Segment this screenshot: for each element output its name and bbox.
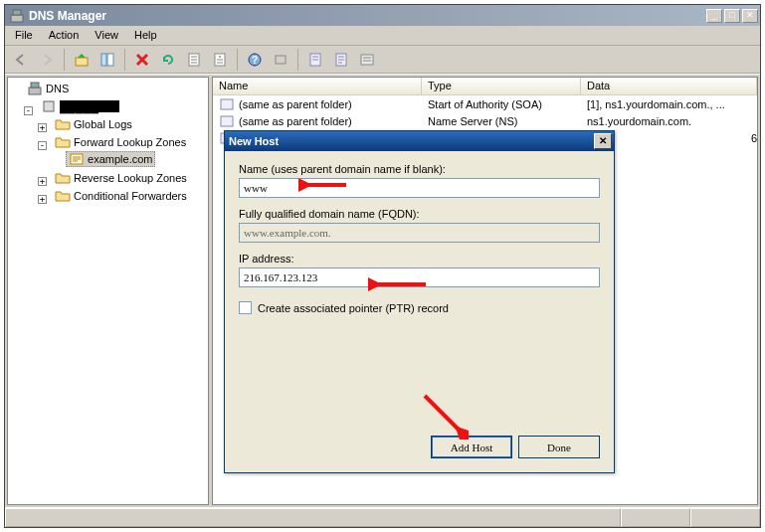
ip-address-input[interactable] — [239, 267, 600, 287]
window-title: DNS Manager — [29, 9, 706, 23]
svg-rect-1 — [13, 10, 21, 15]
folder-icon — [55, 135, 71, 149]
minimize-button[interactable]: _ — [706, 9, 722, 23]
app-icon — [9, 8, 25, 24]
done-button[interactable]: Done — [518, 436, 600, 458]
svg-rect-18 — [221, 99, 233, 109]
column-name[interactable]: Name — [213, 78, 422, 94]
toolbar: ? — [5, 46, 760, 74]
tree-root-dns[interactable]: DNS — [24, 81, 72, 96]
toolbar-forward-button[interactable] — [35, 48, 59, 72]
svg-point-7 — [219, 56, 221, 58]
tree-conditional-forwarders[interactable]: Conditional Forwarders — [52, 188, 190, 204]
dialog-titlebar: New Host ✕ — [225, 131, 614, 151]
tree-pane[interactable]: DNS - █████ + — [7, 77, 209, 505]
statusbar — [5, 507, 760, 527]
expander[interactable]: - — [38, 141, 47, 150]
status-cell-1 — [621, 508, 690, 527]
svg-rect-13 — [361, 55, 373, 65]
name-field-label: Name (uses parent domain name if blank): — [239, 163, 600, 175]
status-main — [5, 508, 621, 527]
status-cell-2 — [690, 508, 760, 527]
tree-forward-lookup-zones[interactable]: Forward Lookup Zones — [52, 134, 189, 150]
folder-icon — [55, 189, 71, 203]
close-button[interactable]: ✕ — [742, 9, 758, 23]
new-host-dialog: New Host ✕ Name (uses parent domain name… — [224, 130, 615, 473]
expander[interactable]: + — [38, 123, 47, 132]
record-icon — [219, 97, 235, 111]
list-header: Name Type Data — [213, 78, 757, 95]
record-icon — [219, 114, 235, 128]
name-input[interactable] — [239, 178, 600, 198]
tree-server-node[interactable]: █████ — [38, 98, 122, 114]
tree-global-logs[interactable]: Global Logs — [52, 116, 135, 132]
server-icon — [41, 99, 57, 113]
svg-rect-19 — [221, 116, 233, 126]
tree-zone-example-com[interactable]: example.com — [66, 151, 155, 167]
toolbar-refresh-button[interactable] — [156, 48, 180, 72]
expander[interactable]: + — [38, 177, 47, 186]
menu-action[interactable]: Action — [41, 26, 88, 45]
expander[interactable]: + — [38, 195, 47, 204]
ptr-checkbox[interactable] — [239, 301, 252, 314]
menu-view[interactable]: View — [87, 26, 126, 45]
svg-rect-14 — [29, 88, 41, 94]
svg-rect-2 — [76, 58, 88, 66]
svg-rect-0 — [11, 15, 23, 22]
folder-icon — [55, 117, 71, 131]
svg-text:?: ? — [252, 55, 258, 66]
list-row[interactable]: (same as parent folder) Start of Authori… — [213, 95, 757, 112]
fqdn-input — [239, 223, 600, 243]
svg-rect-15 — [31, 83, 39, 88]
column-data[interactable]: Data — [581, 78, 757, 94]
svg-rect-10 — [276, 56, 286, 64]
titlebar: DNS Manager _ □ ✕ — [5, 5, 760, 26]
toolbar-extra1-button[interactable] — [269, 48, 292, 72]
zone-icon — [69, 152, 85, 166]
list-row[interactable]: (same as parent folder) Name Server (NS)… — [213, 112, 757, 129]
toolbar-export-button[interactable] — [182, 48, 206, 72]
column-type[interactable]: Type — [422, 78, 581, 94]
fqdn-field-label: Fully qualified domain name (FQDN): — [239, 208, 600, 220]
folder-icon — [55, 171, 71, 185]
dialog-close-button[interactable]: ✕ — [594, 133, 612, 149]
toolbar-filter-button[interactable] — [355, 48, 379, 72]
menu-help[interactable]: Help — [126, 26, 165, 45]
svg-rect-4 — [107, 54, 113, 66]
menubar: File Action View Help — [5, 26, 760, 46]
dialog-title: New Host — [229, 135, 594, 147]
add-host-button[interactable]: Add Host — [431, 436, 512, 458]
toolbar-delete-button[interactable] — [130, 48, 154, 72]
tree-reverse-lookup-zones[interactable]: Reverse Lookup Zones — [52, 170, 190, 186]
expander[interactable]: - — [24, 106, 33, 115]
toolbar-up-button[interactable] — [70, 48, 94, 72]
svg-rect-16 — [44, 101, 54, 111]
menu-file[interactable]: File — [7, 26, 41, 45]
toolbar-newzone-button[interactable] — [329, 48, 353, 72]
toolbar-showhide-button[interactable] — [96, 48, 119, 72]
ip-field-label: IP address: — [239, 253, 600, 265]
toolbar-back-button[interactable] — [9, 48, 33, 72]
toolbar-help-button[interactable]: ? — [243, 48, 267, 72]
svg-rect-3 — [101, 54, 106, 66]
maximize-button[interactable]: □ — [724, 9, 740, 23]
toolbar-properties-button[interactable] — [208, 48, 232, 72]
ptr-checkbox-label: Create associated pointer (PTR) record — [258, 302, 449, 314]
dns-root-icon — [27, 82, 43, 95]
toolbar-newrecord-button[interactable] — [303, 48, 327, 72]
